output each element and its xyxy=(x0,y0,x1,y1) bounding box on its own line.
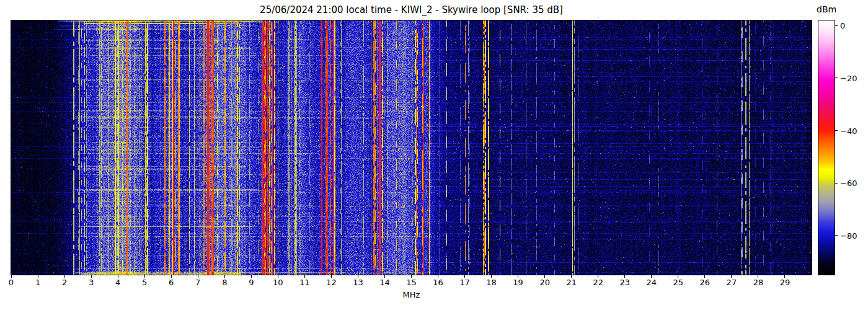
colorbar-tick xyxy=(835,130,838,131)
x-tick-label: 11 xyxy=(293,278,316,287)
x-tick-label: 25 xyxy=(667,278,689,287)
x-tick-label: 21 xyxy=(560,278,583,287)
x-tick-label: 8 xyxy=(213,278,236,287)
x-tick-label: 18 xyxy=(480,278,503,287)
x-tick-label: 17 xyxy=(454,278,476,287)
x-tick-label: 7 xyxy=(187,278,209,287)
x-tick-label: 29 xyxy=(774,278,796,287)
spectrogram-canvas xyxy=(11,20,812,275)
x-tick-label: 13 xyxy=(347,278,369,287)
colorbar-tick-label: −40 xyxy=(840,126,857,135)
x-tick-label: 22 xyxy=(587,278,609,287)
x-tick-label: 27 xyxy=(720,278,743,287)
x-tick-label: 14 xyxy=(373,278,396,287)
colorbar xyxy=(818,20,835,275)
x-tick-label: 19 xyxy=(507,278,529,287)
x-tick-label: 20 xyxy=(534,278,556,287)
x-tick-label: 12 xyxy=(320,278,342,287)
colorbar-tick xyxy=(835,25,838,26)
x-tick-label: 1 xyxy=(27,278,49,287)
x-tick-label: 2 xyxy=(53,278,76,287)
colorbar-tick xyxy=(835,235,838,236)
x-tick-label: 24 xyxy=(640,278,663,287)
x-tick-label: 6 xyxy=(160,278,182,287)
colorbar-title: dBm xyxy=(817,4,836,14)
colorbar-tick-label: 0 xyxy=(840,22,845,30)
spectrogram-plot xyxy=(11,20,812,275)
x-axis-title: MHz xyxy=(11,291,812,299)
colorbar-tick-label: −80 xyxy=(840,231,857,239)
colorbar-tick xyxy=(835,78,838,78)
x-tick-label: 10 xyxy=(267,278,289,287)
x-tick-label: 23 xyxy=(614,278,636,287)
x-tick-label: 15 xyxy=(401,278,423,287)
x-tick-label: 9 xyxy=(240,278,262,287)
x-tick-label: 16 xyxy=(427,278,450,287)
x-tick-label: 28 xyxy=(747,278,769,287)
x-tick-label: 3 xyxy=(80,278,102,287)
x-tick-label: 0 xyxy=(0,278,22,287)
colorbar-canvas xyxy=(818,20,835,275)
x-tick-label: 5 xyxy=(133,278,156,287)
colorbar-tick-label: −20 xyxy=(840,74,857,82)
x-tick-label: 4 xyxy=(107,278,129,287)
spectrogram-figure: 25/06/2024 21:00 local time - KIWI_2 - S… xyxy=(0,0,868,310)
colorbar-tick-label: −60 xyxy=(840,179,857,187)
colorbar-tick xyxy=(835,183,838,184)
x-tick-label: 26 xyxy=(694,278,716,287)
chart-title: 25/06/2024 21:00 local time - KIWI_2 - S… xyxy=(11,4,812,16)
